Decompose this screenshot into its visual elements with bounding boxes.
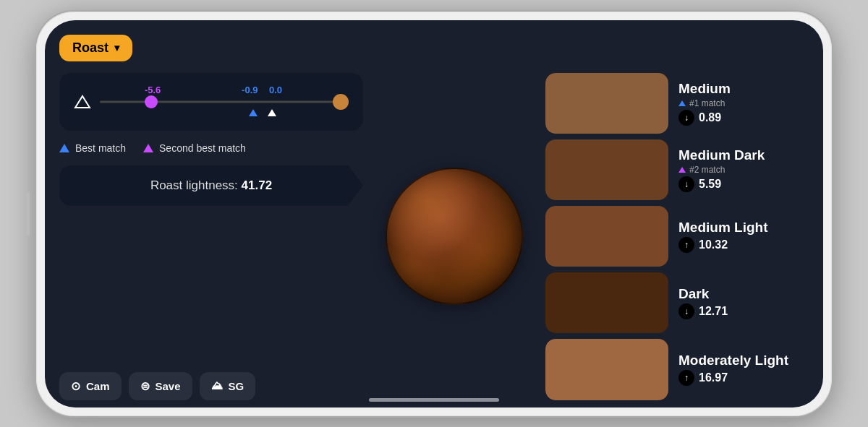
right-panel: Medium #1 match ↓ 0.89 Medium Dark #2 ma… — [545, 73, 809, 400]
score-down-icon: ↓ — [678, 110, 694, 126]
gauge-value-right: 0.0 — [269, 85, 282, 95]
gauge-value-left: -5.6 — [145, 85, 161, 95]
slider-dot-right — [333, 94, 349, 110]
match-item: Medium #1 match ↓ 0.89 — [545, 73, 809, 134]
match-item: Medium Dark #2 match ↓ 5.59 — [545, 139, 809, 200]
screen-content: Roast ▾ — [45, 20, 823, 407]
match-info: Medium Dark #2 match ↓ 5.59 — [668, 139, 775, 200]
phone-screen: Roast ▾ — [45, 20, 823, 407]
match-swatch — [545, 339, 668, 400]
coffee-texture — [387, 169, 522, 303]
legend-second-match: Second best match — [143, 142, 246, 154]
match-name: Moderately Light — [678, 353, 788, 368]
match-score: ↓ 5.59 — [678, 176, 765, 192]
badge-rank: #2 match — [689, 165, 725, 175]
match-info: Medium Light ↑ 10.32 — [668, 206, 778, 267]
legend-row: Best match Second best match — [59, 139, 363, 157]
match-badge: #1 match — [678, 98, 731, 108]
match-swatch — [545, 73, 668, 134]
bottom-buttons: ⊙ Cam ⊜ Save ⛰ SG — [59, 363, 363, 400]
score-down-icon: ↓ — [678, 303, 694, 319]
match-swatch — [545, 139, 668, 200]
svg-marker-0 — [75, 96, 90, 108]
match-score: ↑ 10.32 — [678, 237, 767, 253]
roast-label: Roast — [72, 40, 109, 56]
badge-triangle-blue-icon — [678, 100, 686, 106]
legend-second-label: Second best match — [159, 142, 246, 154]
main-layout: -5.6 -0.9 0.0 — [59, 73, 809, 400]
sg-label: SG — [229, 380, 244, 392]
phone-frame: Roast ▾ — [36, 12, 832, 416]
badge-triangle-purple-icon — [678, 167, 686, 173]
center-area — [375, 73, 534, 400]
lightness-label: Roast lightness: — [150, 178, 238, 192]
header-row: Roast ▾ — [59, 35, 809, 61]
lightness-box: Roast lightness: 41.72 — [59, 165, 363, 206]
score-value: 10.32 — [699, 238, 728, 251]
score-down-icon: ↓ — [678, 176, 694, 192]
match-name: Medium Dark — [678, 147, 765, 163]
triangle-blue-marker — [249, 109, 258, 116]
score-value: 5.59 — [699, 178, 721, 191]
chevron-down-icon: ▾ — [114, 42, 119, 53]
match-score: ↓ 0.89 — [678, 110, 731, 126]
match-score: ↑ 16.97 — [678, 370, 788, 386]
match-name: Medium — [678, 81, 731, 97]
coffee-circle — [386, 168, 523, 305]
save-label: Save — [156, 380, 181, 392]
match-info: Dark ↓ 12.71 — [668, 272, 738, 333]
camera-icon: ⊙ — [71, 379, 80, 393]
save-icon: ⊜ — [140, 379, 150, 393]
cam-button[interactable]: ⊙ Cam — [59, 372, 122, 400]
match-name: Medium Light — [678, 220, 767, 236]
cam-label: Cam — [86, 380, 110, 392]
gauge-container: -5.6 -0.9 0.0 — [59, 73, 363, 131]
sg-icon: ⛰ — [211, 379, 223, 392]
match-item: Medium Light ↑ 10.32 — [545, 206, 809, 267]
sg-button[interactable]: ⛰ SG — [200, 372, 256, 400]
match-info: Medium #1 match ↓ 0.89 — [668, 73, 741, 134]
slider-area: -5.6 -0.9 0.0 — [100, 85, 349, 119]
left-panel: -5.6 -0.9 0.0 — [59, 73, 363, 400]
match-badge: #2 match — [678, 165, 765, 175]
match-score: ↓ 12.71 — [678, 303, 728, 319]
side-button[interactable] — [26, 192, 30, 236]
save-button[interactable]: ⊜ Save — [129, 372, 192, 400]
triangle-white-marker — [268, 109, 276, 116]
legend-best-match: Best match — [59, 142, 126, 154]
score-value: 16.97 — [699, 371, 728, 384]
match-name: Dark — [678, 286, 728, 302]
badge-rank: #1 match — [689, 98, 725, 108]
match-swatch — [545, 206, 668, 267]
match-swatch — [545, 272, 668, 333]
lightness-value: 41.72 — [242, 178, 273, 192]
legend-best-label: Best match — [75, 142, 126, 154]
home-indicator — [369, 398, 499, 402]
gauge-value-mid: -0.9 — [242, 85, 258, 95]
roast-mode-button[interactable]: Roast ▾ — [59, 35, 132, 61]
legend-purple-triangle-icon — [143, 144, 153, 152]
triangle-white-icon — [74, 93, 91, 111]
score-value: 0.89 — [699, 111, 721, 124]
legend-blue-triangle-icon — [59, 144, 69, 152]
score-value: 12.71 — [699, 305, 728, 318]
score-up-icon: ↑ — [678, 370, 694, 386]
match-item: Moderately Light ↑ 16.97 — [545, 339, 809, 400]
score-up-icon: ↑ — [678, 237, 694, 253]
slider-dot-left — [145, 95, 158, 108]
slider-track — [100, 100, 349, 103]
match-item: Dark ↓ 12.71 — [545, 272, 809, 333]
match-info: Moderately Light ↑ 16.97 — [668, 339, 799, 400]
